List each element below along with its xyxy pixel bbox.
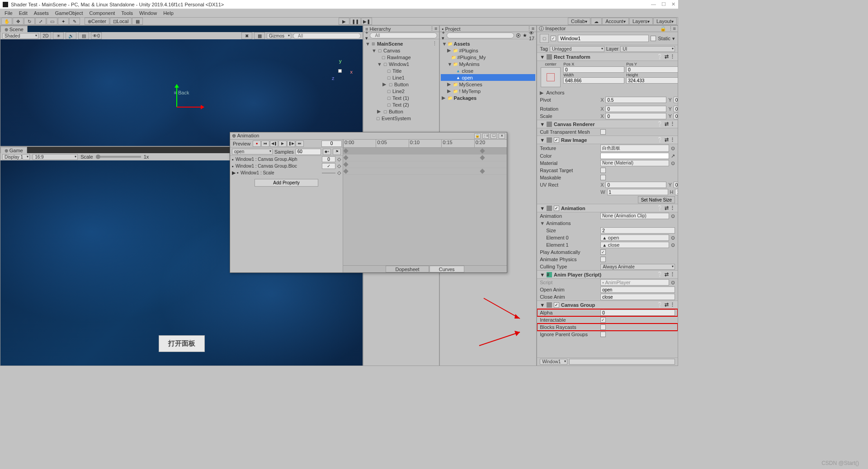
transform-tool[interactable]: ✦ — [58, 18, 69, 25]
play-button[interactable]: ▶ — [339, 18, 349, 25]
dopesheet-tab[interactable]: Dopesheet — [386, 266, 429, 272]
scene-audio-toggle[interactable]: 🔊 — [66, 32, 76, 39]
close-anim-field[interactable] — [600, 294, 675, 300]
step-button[interactable]: ▶❚ — [361, 18, 372, 25]
uvy-field[interactable] — [674, 182, 678, 188]
cull-checkbox[interactable] — [600, 129, 606, 135]
pivot-center-btn[interactable]: ⊕ Center — [85, 18, 109, 25]
anim-e0-field[interactable]: ▲ open — [600, 234, 669, 241]
y-axis-icon[interactable] — [176, 84, 177, 107]
scale-tool[interactable]: ⤢ — [35, 18, 46, 25]
play-anim-button[interactable]: ▶ — [278, 141, 287, 147]
height-field[interactable] — [626, 77, 678, 84]
menu-help[interactable]: Help — [160, 10, 176, 16]
rot-x-field[interactable] — [605, 106, 666, 112]
pivot-y-field[interactable] — [674, 97, 678, 103]
first-frame-button[interactable]: ⏮ — [261, 141, 269, 147]
scale-y-field[interactable] — [674, 113, 678, 119]
tree-item[interactable]: ▶📁Packages — [441, 94, 535, 101]
x-axis-icon[interactable] — [177, 107, 204, 108]
menu-component[interactable]: Component — [86, 10, 118, 16]
tree-item[interactable]: ▢Title — [364, 67, 438, 74]
panel-menu-icon[interactable]: ⋮≡ — [429, 26, 437, 32]
blocks-raycasts-checkbox[interactable] — [600, 324, 606, 330]
anchor-preset-button[interactable] — [541, 67, 561, 87]
ignore-parent-checkbox[interactable] — [600, 332, 606, 337]
color-field[interactable] — [600, 153, 669, 159]
scene-light-toggle[interactable]: ☀ — [53, 32, 64, 39]
menu-tools[interactable]: Tools — [118, 10, 136, 16]
raw-image-header[interactable]: ▼Raw Image❔ ⇄ ⋮ — [537, 136, 678, 144]
layers-dropdown[interactable]: Layers ▾ — [629, 18, 653, 25]
scene-fx-toggle[interactable]: ▤ — [78, 32, 89, 39]
raycast-checkbox[interactable] — [600, 168, 606, 173]
play-auto-checkbox[interactable] — [600, 249, 606, 255]
record-button[interactable]: ● — [253, 141, 261, 147]
display-dropdown[interactable]: Display 1 — [2, 154, 30, 160]
anim-property-row[interactable]: ▪Window1 : Canvas Group.Alph◇ — [230, 156, 343, 163]
layout-dropdown[interactable]: Layout ▾ — [653, 18, 677, 25]
animation-dopesheet[interactable] — [343, 148, 507, 265]
anim-max-btn[interactable]: ☐ — [491, 133, 497, 139]
add-event-button[interactable]: ⚑ — [333, 149, 341, 155]
object-name-field[interactable] — [558, 35, 649, 42]
posx-field[interactable] — [563, 66, 624, 73]
posy-field[interactable] — [626, 66, 678, 73]
tree-item[interactable]: ▼▢Window1 — [364, 61, 438, 67]
window-min-button[interactable]: — — [651, 1, 656, 7]
last-frame-button[interactable]: ⏭ — [296, 141, 304, 147]
canvas-group-header[interactable]: ▼Canvas Group❔ ⇄ ⋮ — [537, 300, 678, 309]
anchors-label[interactable]: Anchors — [546, 90, 605, 95]
tree-item[interactable]: ▢Line2 — [364, 88, 438, 94]
cloud-button[interactable]: ☁ — [591, 18, 602, 25]
menu-gameobject[interactable]: GameObject — [52, 10, 86, 16]
game-open-panel-button[interactable]: 打开面板 — [159, 335, 205, 352]
texture-field[interactable]: 白色面板 — [600, 145, 669, 152]
tree-item[interactable]: ▶▢Button — [364, 81, 438, 88]
scene-row[interactable]: ▼⊞MainScene⋮ — [364, 40, 438, 47]
scale-slider[interactable] — [96, 156, 141, 158]
add-key-button[interactable]: ◆+ — [323, 149, 331, 155]
tree-item[interactable]: ▢Text (2) — [364, 101, 438, 108]
canvas-renderer-header[interactable]: ▼Canvas Renderer❔ ⇄ ⋮ — [537, 120, 678, 128]
gizmos-dropdown[interactable]: Gizmos — [267, 33, 291, 39]
hand-tool[interactable]: ✋ — [1, 18, 12, 25]
tree-item[interactable]: ▶📁! MyTemp — [441, 88, 535, 94]
tree-item[interactable]: ▶📁#Plugins — [441, 47, 535, 54]
uvx-field[interactable] — [605, 182, 666, 188]
orientation-gizmo[interactable]: yxz — [326, 57, 354, 84]
pivot-local-btn[interactable]: ⊡ Local — [110, 18, 132, 25]
add-property-button[interactable]: Add Property — [255, 179, 318, 187]
samples-field[interactable] — [296, 149, 321, 155]
tree-item[interactable]: ▢Line1 — [364, 74, 438, 81]
scene-search[interactable] — [293, 33, 361, 39]
assets-root[interactable]: ▼📁Assets — [441, 40, 535, 47]
width-field[interactable] — [563, 77, 624, 84]
uvh-field[interactable] — [675, 189, 678, 195]
animation-enabled[interactable] — [554, 206, 559, 211]
window-close-button[interactable]: ✕ — [671, 1, 675, 7]
hierarchy-tab[interactable]: ≡ Hierarchy — [365, 26, 391, 32]
asset-footer-dropdown[interactable]: Window1 — [540, 359, 567, 365]
custom-tool[interactable]: ✎ — [69, 18, 80, 25]
inspector-tab[interactable]: ⓘ Inspector — [539, 25, 566, 32]
frame-field[interactable] — [321, 141, 342, 147]
rotate-tool[interactable]: ↻ — [24, 18, 35, 25]
prev-key-button[interactable]: ◀❚ — [270, 141, 278, 147]
scene-hidden-toggle[interactable]: 👁0 — [91, 32, 102, 39]
anim-property-row[interactable]: ▶ ▪Window1 : Scale◇ — [230, 169, 343, 176]
scene-cam-btn[interactable]: ✖ — [241, 32, 252, 39]
material-field[interactable]: None (Material) — [600, 160, 669, 166]
project-search[interactable] — [447, 33, 514, 38]
panel-menu-icon[interactable]: ⋮≡ — [668, 26, 676, 32]
favorites-icon[interactable]: ★ — [523, 33, 527, 38]
scale-x-field[interactable] — [605, 113, 666, 119]
window-max-button[interactable]: ☐ — [661, 1, 666, 7]
alpha-field[interactable] — [600, 310, 675, 316]
aspect-dropdown[interactable]: 16:9 — [33, 154, 78, 160]
search-filter-icon[interactable]: ⦿ — [516, 33, 521, 38]
tag-dropdown[interactable]: Untagged — [550, 46, 604, 52]
tree-item-selected[interactable]: ▲open — [441, 74, 535, 81]
scene-viewport[interactable]: ≡ Back yxz — [0, 39, 363, 146]
set-native-size-btn[interactable]: Set Native Size — [638, 196, 675, 203]
